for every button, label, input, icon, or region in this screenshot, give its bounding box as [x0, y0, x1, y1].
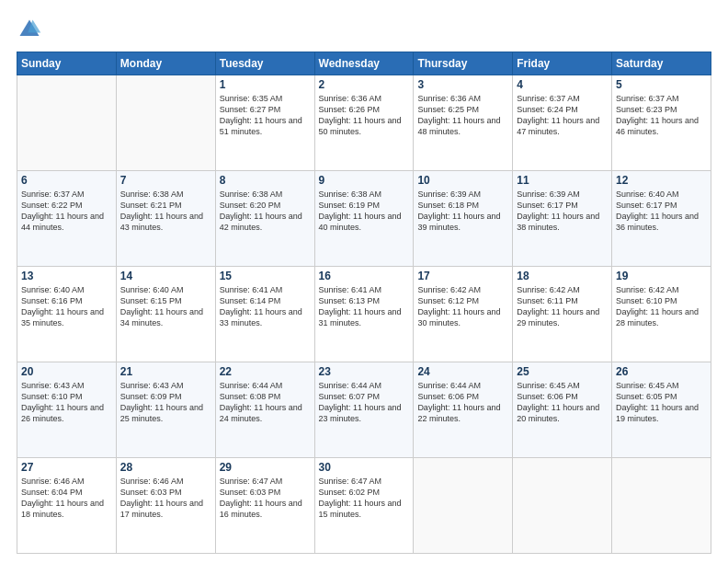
calendar-cell — [513, 458, 612, 554]
calendar-cell: 14Sunrise: 6:40 AMSunset: 6:15 PMDayligh… — [116, 267, 215, 362]
day-number: 25 — [517, 365, 608, 378]
day-info: Sunrise: 6:45 AMSunset: 6:05 PMDaylight:… — [616, 380, 707, 425]
day-info: Sunrise: 6:41 AMSunset: 6:14 PMDaylight:… — [220, 284, 311, 329]
day-info: Sunrise: 6:40 AMSunset: 6:15 PMDaylight:… — [120, 284, 211, 329]
calendar-cell: 3Sunrise: 6:36 AMSunset: 6:25 PMDaylight… — [414, 75, 513, 171]
calendar-week-row: 13Sunrise: 6:40 AMSunset: 6:16 PMDayligh… — [17, 267, 711, 362]
calendar-cell: 8Sunrise: 6:38 AMSunset: 6:20 PMDaylight… — [215, 171, 314, 267]
day-info: Sunrise: 6:40 AMSunset: 6:17 PMDaylight:… — [616, 189, 707, 234]
day-number: 13 — [21, 270, 112, 282]
day-info: Sunrise: 6:36 AMSunset: 6:25 PMDaylight:… — [417, 93, 508, 138]
day-info: Sunrise: 6:44 AMSunset: 6:07 PMDaylight:… — [319, 380, 410, 425]
calendar-cell — [116, 75, 215, 171]
day-info: Sunrise: 6:41 AMSunset: 6:13 PMDaylight:… — [319, 284, 410, 329]
page: SundayMondayTuesdayWednesdayThursdayFrid… — [0, 0, 728, 563]
day-number: 9 — [319, 174, 410, 187]
header — [17, 17, 711, 42]
day-number: 15 — [220, 270, 311, 282]
day-info: Sunrise: 6:36 AMSunset: 6:26 PMDaylight:… — [319, 93, 410, 138]
day-info: Sunrise: 6:44 AMSunset: 6:08 PMDaylight:… — [220, 380, 311, 425]
day-number: 8 — [220, 174, 311, 187]
calendar-cell: 12Sunrise: 6:40 AMSunset: 6:17 PMDayligh… — [612, 171, 711, 267]
day-number: 30 — [319, 461, 410, 474]
day-number: 27 — [21, 461, 112, 474]
calendar-table: SundayMondayTuesdayWednesdayThursdayFrid… — [17, 52, 711, 554]
calendar-cell: 10Sunrise: 6:39 AMSunset: 6:18 PMDayligh… — [414, 171, 513, 267]
calendar-cell: 29Sunrise: 6:47 AMSunset: 6:03 PMDayligh… — [215, 458, 314, 554]
day-number: 24 — [417, 365, 508, 378]
calendar-cell: 22Sunrise: 6:44 AMSunset: 6:08 PMDayligh… — [215, 362, 314, 458]
day-number: 4 — [517, 78, 608, 91]
day-info: Sunrise: 6:39 AMSunset: 6:18 PMDaylight:… — [417, 189, 508, 234]
day-info: Sunrise: 6:43 AMSunset: 6:10 PMDaylight:… — [21, 380, 112, 425]
day-number: 16 — [319, 270, 410, 282]
calendar-week-row: 1Sunrise: 6:35 AMSunset: 6:27 PMDaylight… — [17, 75, 711, 171]
day-number: 7 — [120, 174, 211, 187]
calendar-cell: 15Sunrise: 6:41 AMSunset: 6:14 PMDayligh… — [215, 267, 314, 362]
day-info: Sunrise: 6:47 AMSunset: 6:02 PMDaylight:… — [319, 476, 410, 521]
weekday-header-row: SundayMondayTuesdayWednesdayThursdayFrid… — [17, 52, 711, 75]
calendar-cell: 18Sunrise: 6:42 AMSunset: 6:11 PMDayligh… — [513, 267, 612, 362]
calendar-cell: 19Sunrise: 6:42 AMSunset: 6:10 PMDayligh… — [612, 267, 711, 362]
calendar-cell: 6Sunrise: 6:37 AMSunset: 6:22 PMDaylight… — [17, 171, 117, 267]
logo — [17, 17, 46, 42]
day-number: 11 — [517, 174, 608, 187]
calendar-cell: 16Sunrise: 6:41 AMSunset: 6:13 PMDayligh… — [314, 267, 414, 362]
day-info: Sunrise: 6:42 AMSunset: 6:10 PMDaylight:… — [616, 284, 707, 329]
calendar-cell: 26Sunrise: 6:45 AMSunset: 6:05 PMDayligh… — [612, 362, 711, 458]
day-number: 17 — [417, 270, 508, 282]
day-number: 21 — [120, 365, 211, 378]
calendar-cell: 30Sunrise: 6:47 AMSunset: 6:02 PMDayligh… — [314, 458, 414, 554]
day-info: Sunrise: 6:43 AMSunset: 6:09 PMDaylight:… — [120, 380, 211, 425]
calendar-cell: 13Sunrise: 6:40 AMSunset: 6:16 PMDayligh… — [17, 267, 117, 362]
day-number: 2 — [319, 78, 410, 91]
day-number: 6 — [21, 174, 112, 187]
day-info: Sunrise: 6:47 AMSunset: 6:03 PMDaylight:… — [220, 476, 311, 521]
calendar-cell: 21Sunrise: 6:43 AMSunset: 6:09 PMDayligh… — [116, 362, 215, 458]
weekday-header-saturday: Saturday — [612, 52, 711, 75]
day-info: Sunrise: 6:37 AMSunset: 6:24 PMDaylight:… — [517, 93, 608, 138]
weekday-header-wednesday: Wednesday — [314, 52, 414, 75]
day-number: 3 — [417, 78, 508, 91]
calendar-cell: 27Sunrise: 6:46 AMSunset: 6:04 PMDayligh… — [17, 458, 117, 554]
logo-icon — [17, 17, 42, 42]
calendar-cell — [612, 458, 711, 554]
day-info: Sunrise: 6:38 AMSunset: 6:20 PMDaylight:… — [220, 189, 311, 234]
calendar-cell: 11Sunrise: 6:39 AMSunset: 6:17 PMDayligh… — [513, 171, 612, 267]
weekday-header-thursday: Thursday — [414, 52, 513, 75]
day-number: 19 — [616, 270, 707, 282]
calendar-cell: 4Sunrise: 6:37 AMSunset: 6:24 PMDaylight… — [513, 75, 612, 171]
weekday-header-friday: Friday — [513, 52, 612, 75]
day-number: 20 — [21, 365, 112, 378]
day-number: 10 — [417, 174, 508, 187]
day-number: 5 — [616, 78, 707, 91]
calendar-cell: 23Sunrise: 6:44 AMSunset: 6:07 PMDayligh… — [314, 362, 414, 458]
day-info: Sunrise: 6:45 AMSunset: 6:06 PMDaylight:… — [517, 380, 608, 425]
calendar-cell: 25Sunrise: 6:45 AMSunset: 6:06 PMDayligh… — [513, 362, 612, 458]
day-number: 12 — [616, 174, 707, 187]
calendar-cell — [17, 75, 117, 171]
calendar-cell: 17Sunrise: 6:42 AMSunset: 6:12 PMDayligh… — [414, 267, 513, 362]
day-number: 26 — [616, 365, 707, 378]
day-number: 23 — [319, 365, 410, 378]
day-info: Sunrise: 6:35 AMSunset: 6:27 PMDaylight:… — [220, 93, 311, 138]
day-info: Sunrise: 6:37 AMSunset: 6:22 PMDaylight:… — [21, 189, 112, 234]
day-info: Sunrise: 6:40 AMSunset: 6:16 PMDaylight:… — [21, 284, 112, 329]
day-number: 29 — [220, 461, 311, 474]
calendar-cell: 2Sunrise: 6:36 AMSunset: 6:26 PMDaylight… — [314, 75, 414, 171]
day-number: 18 — [517, 270, 608, 282]
day-info: Sunrise: 6:46 AMSunset: 6:04 PMDaylight:… — [21, 476, 112, 521]
calendar-week-row: 6Sunrise: 6:37 AMSunset: 6:22 PMDaylight… — [17, 171, 711, 267]
calendar-week-row: 20Sunrise: 6:43 AMSunset: 6:10 PMDayligh… — [17, 362, 711, 458]
calendar-cell: 7Sunrise: 6:38 AMSunset: 6:21 PMDaylight… — [116, 171, 215, 267]
day-info: Sunrise: 6:38 AMSunset: 6:21 PMDaylight:… — [120, 189, 211, 234]
weekday-header-monday: Monday — [116, 52, 215, 75]
calendar-cell: 1Sunrise: 6:35 AMSunset: 6:27 PMDaylight… — [215, 75, 314, 171]
calendar-cell: 20Sunrise: 6:43 AMSunset: 6:10 PMDayligh… — [17, 362, 117, 458]
day-info: Sunrise: 6:38 AMSunset: 6:19 PMDaylight:… — [319, 189, 410, 234]
weekday-header-sunday: Sunday — [17, 52, 117, 75]
weekday-header-tuesday: Tuesday — [215, 52, 314, 75]
calendar-cell: 28Sunrise: 6:46 AMSunset: 6:03 PMDayligh… — [116, 458, 215, 554]
day-info: Sunrise: 6:37 AMSunset: 6:23 PMDaylight:… — [616, 93, 707, 138]
day-info: Sunrise: 6:39 AMSunset: 6:17 PMDaylight:… — [517, 189, 608, 234]
